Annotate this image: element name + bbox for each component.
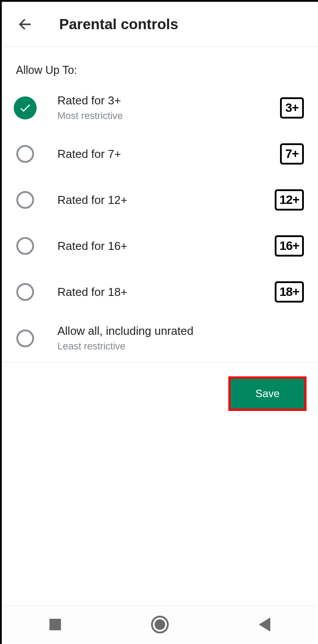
rating-option[interactable]: Allow all, including unratedLeast restri… [2,315,318,361]
option-text: Rated for 12+ [39,193,271,208]
save-highlight-box: Save [228,376,307,411]
back-arrow-icon [16,15,34,33]
option-subtitle: Most restrictive [57,109,276,123]
radio-unchecked-icon [16,191,34,209]
radio-col [11,191,39,209]
option-text: Allow all, including unratedLeast restri… [39,324,304,353]
radio-col [11,330,39,347]
rating-option[interactable]: Rated for 16+16+ [2,223,318,269]
age-badge-icon: 16+ [275,235,304,257]
age-badge-icon: 3+ [280,97,304,119]
badge-col: 7+ [276,143,304,165]
radio-col [11,96,39,119]
badge-col: 16+ [271,235,304,257]
rating-option[interactable]: Rated for 18+18+ [2,269,318,315]
radio-col [11,237,39,255]
system-nav-bar [3,605,317,643]
option-label: Allow all, including unrated [57,324,304,339]
back-button[interactable] [5,5,44,44]
radio-unchecked-icon [16,237,34,255]
home-button[interactable] [133,611,186,638]
save-button[interactable]: Save [231,379,304,409]
section-label: Allow Up To: [2,47,318,80]
overview-button[interactable] [29,611,82,638]
option-label: Rated for 16+ [57,239,271,254]
rating-options-list: Rated for 3+Most restrictive3+Rated for … [2,80,318,362]
radio-col [11,145,39,163]
rating-option[interactable]: Rated for 7+7+ [2,131,318,177]
triangle-icon [259,617,270,632]
age-badge-text: 12+ [280,194,299,206]
radio-col [11,283,39,301]
age-badge-icon: 7+ [280,143,304,165]
save-bar: Save [2,362,318,425]
option-label: Rated for 3+ [57,93,276,108]
radio-unchecked-icon [16,330,34,347]
option-label: Rated for 12+ [57,193,271,208]
option-subtitle: Least restrictive [57,340,304,353]
option-text: Rated for 3+Most restrictive [39,93,276,122]
option-label: Rated for 7+ [57,147,276,162]
radio-checked-icon [14,96,37,119]
age-badge-text: 16+ [280,240,299,252]
age-badge-icon: 18+ [275,281,304,303]
rating-option[interactable]: Rated for 12+12+ [2,177,318,223]
option-text: Rated for 16+ [39,239,271,254]
badge-col: 12+ [271,189,304,211]
page-title: Parental controls [59,16,178,33]
system-back-button[interactable] [238,611,291,638]
age-badge-icon: 12+ [275,189,304,211]
badge-col: 18+ [271,281,304,303]
option-text: Rated for 7+ [39,147,276,162]
age-badge-text: 7+ [285,148,299,160]
option-text: Rated for 18+ [39,285,271,300]
age-badge-text: 3+ [285,102,299,114]
header-bar: Parental controls [2,2,318,47]
square-icon [49,619,61,630]
badge-col: 3+ [276,97,304,119]
radio-unchecked-icon [16,145,34,163]
radio-unchecked-icon [16,283,34,301]
circle-icon [151,616,169,633]
rating-option[interactable]: Rated for 3+Most restrictive3+ [2,84,318,131]
option-label: Rated for 18+ [57,285,271,300]
age-badge-text: 18+ [280,286,299,298]
